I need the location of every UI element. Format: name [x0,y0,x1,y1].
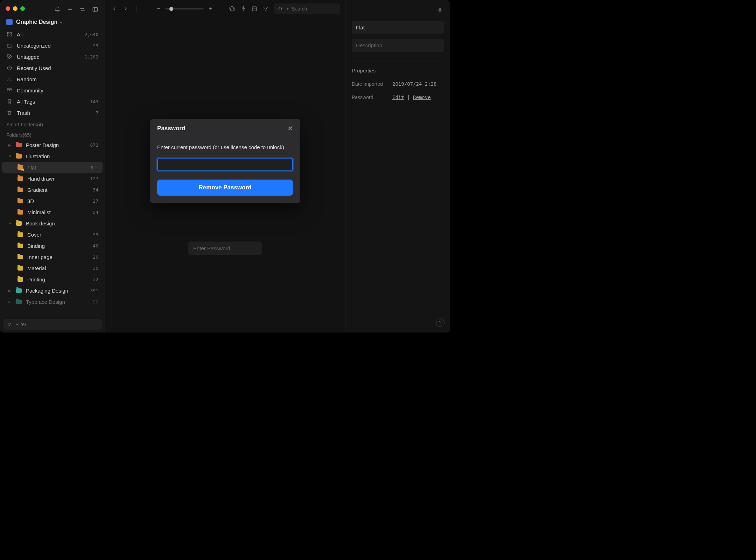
password-modal: Password ✕ Enter current password (or us… [150,119,300,203]
password-input[interactable] [157,158,293,171]
modal-title: Password [157,125,185,132]
help-icon[interactable]: ? [436,318,444,327]
close-icon[interactable]: ✕ [288,125,293,132]
modal-body-text: Enter current password (or use license c… [157,144,293,152]
remove-password-button[interactable]: Remove Password [157,180,293,196]
